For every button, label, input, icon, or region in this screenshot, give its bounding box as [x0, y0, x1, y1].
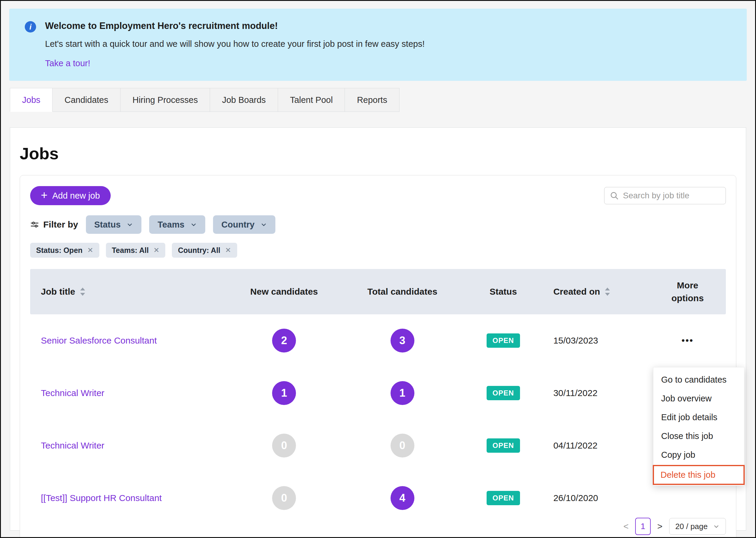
new-candidates-count: 0 [272, 434, 296, 457]
tab-talent-pool[interactable]: Talent Pool [278, 88, 345, 112]
chip-country-all: Country: All ✕ [172, 243, 237, 258]
menu-item-copy-job[interactable]: Copy job [653, 446, 744, 464]
tab-reports[interactable]: Reports [345, 88, 399, 112]
menu-item-delete-this-job[interactable]: Delete this job [653, 465, 745, 485]
new-candidates-count: 0 [272, 486, 296, 510]
header-job-title: Job title [41, 287, 75, 297]
welcome-banner: i Welcome to Employment Hero's recruitme… [9, 9, 747, 81]
job-title-link[interactable]: Technical Writer [41, 441, 104, 450]
menu-item-close-this-job[interactable]: Close this job [653, 427, 744, 446]
sort-icon[interactable] [604, 287, 611, 296]
created-date: 04/11/2022 [553, 441, 598, 450]
menu-item-go-to-candidates[interactable]: Go to candidates [653, 370, 744, 389]
add-new-job-button[interactable]: + Add new job [30, 186, 111, 205]
tab-jobs[interactable]: Jobs [10, 88, 52, 112]
plus-icon: + [41, 189, 47, 201]
remove-chip-icon[interactable]: ✕ [153, 246, 159, 254]
remove-chip-icon[interactable]: ✕ [225, 246, 231, 254]
job-title-link[interactable]: Senior Salesforce Consultant [41, 336, 157, 345]
chevron-down-icon [190, 221, 197, 228]
header-new-candidates: New candidates [250, 287, 318, 297]
tab-job-boards[interactable]: Job Boards [210, 88, 278, 112]
menu-item-edit-job-details[interactable]: Edit job details [653, 408, 744, 427]
new-candidates-count: 2 [272, 329, 296, 352]
current-page-button[interactable]: 1 [635, 518, 651, 535]
jobs-panel: Jobs + Add new job [10, 127, 746, 530]
status-badge: OPEN [487, 386, 520, 400]
header-created-on: Created on [553, 287, 600, 297]
total-candidates-count: 4 [390, 486, 414, 510]
tab-hiring-processes[interactable]: Hiring Processes [121, 88, 210, 112]
pagination: < 1 > 20 / page [623, 518, 726, 535]
table-row: [[Test]] Support HR Consultant 0 4 OPEN … [30, 472, 726, 524]
new-candidates-count: 1 [272, 381, 296, 405]
banner-content: Welcome to Employment Hero's recruitment… [45, 21, 425, 68]
table-row: Senior Salesforce Consultant 2 3 OPEN 15… [30, 314, 726, 367]
created-date: 15/03/2023 [553, 336, 598, 345]
job-title-link[interactable]: [[Test]] Support HR Consultant [41, 493, 162, 503]
header-status: Status [490, 287, 517, 297]
sort-icon[interactable] [79, 287, 86, 296]
more-options-button[interactable]: ••• [681, 336, 694, 345]
table-row: Technical Writer 1 1 OPEN 30/11/2022 ••• [30, 367, 726, 419]
tab-bar: Jobs Candidates Hiring Processes Job Boa… [10, 88, 755, 112]
search-box [604, 187, 726, 204]
table-row: Technical Writer 0 0 OPEN 04/11/2022 [30, 419, 726, 472]
remove-chip-icon[interactable]: ✕ [87, 246, 93, 254]
filter-status-dropdown[interactable]: Status [86, 215, 142, 234]
status-badge: OPEN [487, 438, 520, 453]
total-candidates-count: 3 [390, 329, 414, 352]
total-candidates-count: 1 [390, 381, 414, 405]
search-input[interactable] [604, 187, 726, 204]
menu-item-job-overview[interactable]: Job overview [653, 389, 744, 408]
banner-title: Welcome to Employment Hero's recruitment… [45, 21, 425, 31]
status-badge: OPEN [487, 333, 520, 348]
chip-teams-all: Teams: All ✕ [106, 243, 166, 258]
more-options-menu: Go to candidates Job overview Edit job d… [653, 367, 744, 486]
chevron-down-icon [261, 221, 267, 228]
filter-teams-dropdown[interactable]: Teams [149, 215, 205, 234]
header-more-options: More options [668, 279, 707, 305]
filter-by-label: Filter by [30, 220, 78, 230]
created-date: 26/10/2020 [553, 493, 598, 503]
search-icon [610, 191, 619, 200]
job-title-link[interactable]: Technical Writer [41, 388, 104, 398]
chip-status-open: Status: Open ✕ [30, 243, 99, 258]
total-candidates-count: 0 [390, 434, 414, 457]
add-new-job-label: Add new job [52, 191, 100, 201]
chevron-down-icon [127, 221, 133, 228]
page-size-select[interactable]: 20 / page [669, 518, 726, 535]
table-header: Job title New candidates Total candidate… [30, 269, 726, 314]
prev-page-button[interactable]: < [623, 521, 629, 531]
header-total-candidates: Total candidates [367, 287, 437, 297]
status-badge: OPEN [487, 491, 520, 505]
filter-country-dropdown[interactable]: Country [213, 215, 275, 234]
banner-subtitle: Let's start with a quick tour and we wil… [45, 39, 425, 49]
chevron-down-icon [713, 523, 720, 530]
app-window: i Welcome to Employment Hero's recruitme… [0, 0, 756, 538]
take-a-tour-link[interactable]: Take a tour! [45, 58, 90, 68]
created-date: 30/11/2022 [553, 388, 598, 398]
next-page-button[interactable]: > [657, 521, 663, 531]
filter-icon [30, 220, 39, 229]
jobs-card: + Add new job [20, 175, 736, 538]
page-title: Jobs [20, 144, 736, 163]
tab-candidates[interactable]: Candidates [52, 88, 121, 112]
info-icon: i [25, 21, 36, 32]
